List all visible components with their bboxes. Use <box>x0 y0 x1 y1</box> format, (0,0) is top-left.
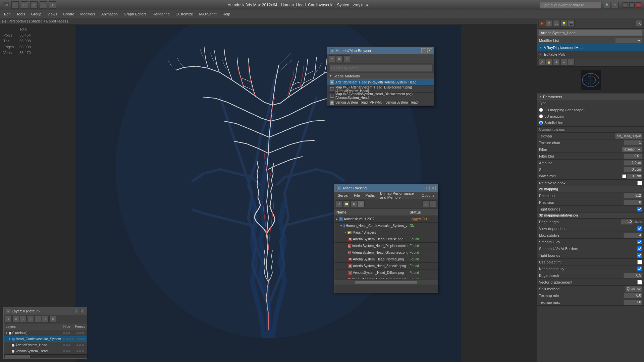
asset-refresh-icon[interactable]: ⟳ <box>336 200 342 207</box>
precision-input[interactable] <box>624 200 642 205</box>
rp-icon-6[interactable]: 🔧 <box>636 20 643 27</box>
menu-views[interactable]: Views <box>45 11 60 17</box>
layer-up-icon[interactable]: ↑ <box>27 316 34 322</box>
asset-menu-options[interactable]: Options <box>420 193 436 198</box>
tight-bounds-3d-checkbox[interactable] <box>637 253 642 258</box>
asset-row-maps[interactable]: ▼ 📁 Maps / Shaders <box>334 229 438 236</box>
modifier-item-1[interactable]: Editable Poly <box>537 51 644 58</box>
mat-list-icon[interactable]: ▦ <box>336 55 343 62</box>
search-box[interactable] <box>540 2 601 8</box>
asset-row-img2[interactable]: 🖼 ArterialSystem_Head_Glossiness.png Fou… <box>334 249 438 256</box>
menu-animation[interactable]: Animation <box>99 11 120 17</box>
tight-bounds-2d-checkbox[interactable] <box>637 207 642 212</box>
asset-tree[interactable]: ▶ V Autodesk Vault 2012 Logged Out ▼ 3 H… <box>334 216 438 279</box>
mat-filter-icon[interactable]: ⊡ <box>343 55 350 62</box>
name-input[interactable] <box>539 30 642 36</box>
layer-row-0[interactable]: ▼ 0 (default) <box>4 330 87 336</box>
layers-scroll-bar[interactable] <box>4 354 87 358</box>
menu-customize[interactable]: Customize <box>173 11 196 17</box>
menu-rendering[interactable]: Rendering <box>150 11 172 17</box>
params-section-header[interactable]: Parameters <box>537 94 644 100</box>
mat-item-0[interactable]: ▣ ArterialSystem_Head (VRayMtl) [Arteria… <box>327 79 434 86</box>
asset-row-vault[interactable]: ▶ V Autodesk Vault 2012 Logged Out <box>334 216 438 223</box>
search-icon-btn[interactable]: 🔍 <box>604 2 610 8</box>
texture-chan-input[interactable] <box>624 140 642 145</box>
mat-view-icon[interactable]: ≡ <box>329 55 335 62</box>
layer-row-1[interactable]: ▼ Head_Cardiovascular_System □ <box>4 336 87 342</box>
mat-search-input[interactable] <box>330 66 432 70</box>
mod-show-icon[interactable]: 👁 <box>553 59 560 66</box>
menu-group[interactable]: Group <box>29 11 44 17</box>
vector-disp-checkbox[interactable] <box>637 280 642 285</box>
mat-item-2[interactable]: ⬛ Map #46 (VenousSystem_Head_Displacemen… <box>327 93 434 99</box>
layers-close-icon[interactable]: ✕ <box>80 309 85 313</box>
split-method-select[interactable]: Quad <box>625 286 642 292</box>
help-icon-btn[interactable]: ? <box>612 2 619 8</box>
asset-row-img5[interactable]: 🖼 VenousSystem_Head_Diffuse.png Found <box>334 269 438 276</box>
mat-search-box[interactable] <box>329 64 432 72</box>
asset-row-img0[interactable]: 🖼 ArterialSystem_Head_Diffuse.png Found <box>334 236 438 243</box>
keep-continuity-checkbox[interactable] <box>637 266 642 271</box>
tb-btn[interactable]: + <box>40 1 47 9</box>
asset-menu-file[interactable]: File <box>352 193 362 198</box>
radio-2d-input[interactable] <box>539 108 543 112</box>
shift-input[interactable] <box>624 167 642 172</box>
radio-sub[interactable]: Subdivision <box>539 120 642 126</box>
use-obj-mtl-checkbox[interactable] <box>637 260 642 264</box>
close-button[interactable]: ✕ <box>636 2 641 8</box>
asset-browse-icon[interactable]: 📁 <box>343 200 350 207</box>
resolution-input[interactable] <box>624 193 642 198</box>
layer-add-icon[interactable]: + <box>20 316 26 322</box>
asset-row-img1[interactable]: 🖼 ArterialSystem_Head_Displacement.png F… <box>334 243 438 249</box>
texmap-min-input[interactable] <box>624 293 642 298</box>
asset-list-icon[interactable]: ≡ <box>358 200 365 207</box>
asset-menu-paths[interactable]: Paths <box>363 193 377 198</box>
layer-down-icon[interactable]: ↓ <box>35 316 41 322</box>
material-browser-header[interactable]: M Material/Map Browser — ✕ <box>327 47 434 54</box>
smooth-uv-checkbox[interactable] <box>637 240 642 244</box>
max-subdivs-input[interactable] <box>624 233 642 238</box>
modifier-list-select[interactable] <box>615 38 642 44</box>
layer-row-3[interactable]: VenousSystem_Head <box>4 348 87 354</box>
asset-close[interactable]: ✕ <box>431 186 436 190</box>
asset-info-icon[interactable]: i <box>430 200 436 207</box>
asset-menu-bitmap[interactable]: Bitmap Performance and Memory <box>378 191 418 200</box>
rp-icon-3[interactable]: △ <box>553 20 560 27</box>
asset-scroll-bar[interactable] <box>334 279 438 285</box>
mat-item-3[interactable]: ▣ VenousSystem_Head (VRayMtl) [VenousSys… <box>327 99 434 106</box>
rp-icon-2[interactable]: ⚙ <box>546 20 552 27</box>
menu-create[interactable]: Create <box>60 11 77 17</box>
mat-scene-section[interactable]: Scene Materials <box>327 73 434 79</box>
minimize-button[interactable]: — <box>623 2 628 8</box>
asset-row-img3[interactable]: 🖼 ArterialSystem_Head_Normal.png Found <box>334 256 438 263</box>
layer-delete-icon[interactable]: ✕ <box>12 316 19 322</box>
water-level-input[interactable] <box>627 174 642 179</box>
texmap-value[interactable]: em_Head_Displacement.png <box>615 133 642 139</box>
tb-btn[interactable]: ↩ <box>30 1 38 9</box>
mod-hide-icon[interactable]: ✂ <box>560 59 567 66</box>
edge-length-input[interactable] <box>621 219 633 225</box>
mat-browser-close[interactable]: ✕ <box>427 48 432 53</box>
search-input[interactable] <box>540 3 601 7</box>
radio-2d[interactable]: 2D mapping (landscape) <box>539 107 642 113</box>
filter-blur-input[interactable] <box>624 154 642 159</box>
tb-btn[interactable]: ≡ <box>49 1 56 9</box>
tb-btn[interactable]: ⊟ <box>11 1 19 9</box>
mat-browser-minimize[interactable]: — <box>421 48 426 53</box>
smooth-borders-checkbox[interactable] <box>637 246 642 251</box>
rel-bbox-checkbox[interactable] <box>637 181 642 185</box>
menu-help[interactable]: Help <box>220 11 233 17</box>
layer-move-icon[interactable]: ↕ <box>42 316 49 322</box>
mod-cut-icon[interactable]: ⎋ <box>568 59 575 66</box>
water-level-checkbox[interactable] <box>622 174 626 178</box>
view-dependent-checkbox[interactable] <box>637 226 642 231</box>
layer-options-icon[interactable]: ⚙ <box>49 316 56 322</box>
radio-3d-input[interactable] <box>539 114 543 118</box>
edge-thresh-input[interactable] <box>624 273 642 278</box>
asset-grid-icon[interactable]: ▦ <box>351 200 357 207</box>
rp-icon-5[interactable]: 📷 <box>568 20 575 27</box>
mod-lock-icon[interactable]: 🔒 <box>546 59 552 66</box>
asset-help-icon[interactable]: ? <box>422 200 429 207</box>
asset-row-main[interactable]: ▼ 3 Human_Head_Cardiovascular_System_vra… <box>334 223 438 229</box>
layer-icon-1[interactable]: ≡ <box>5 316 12 322</box>
